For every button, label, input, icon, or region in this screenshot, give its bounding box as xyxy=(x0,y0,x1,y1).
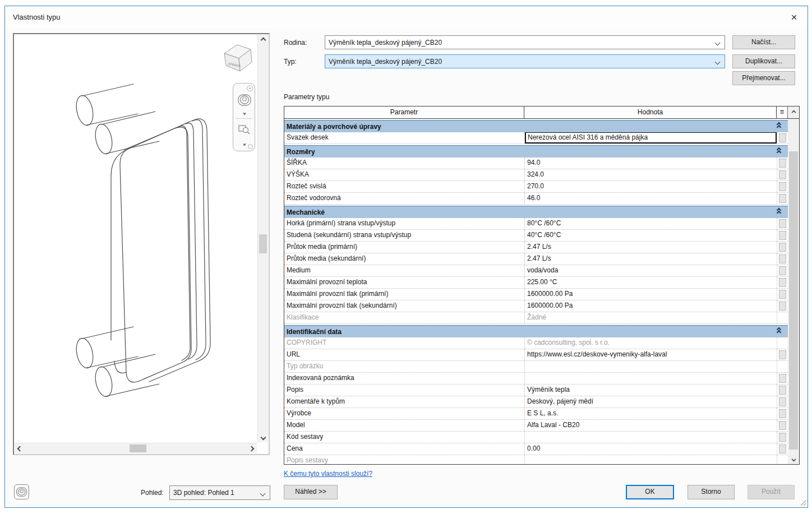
param-name: Typ obrázku xyxy=(284,361,524,372)
preview-vscroll-thumb[interactable] xyxy=(259,234,267,253)
cancel-button[interactable]: Storno xyxy=(688,485,735,499)
preview-canvas[interactable]: ZPRAVA × xyxy=(15,35,257,442)
preview-vertical-scrollbar[interactable] xyxy=(257,35,268,442)
scroll-up-icon[interactable] xyxy=(258,35,269,45)
scroll-left-icon[interactable] xyxy=(15,443,25,453)
associate-cell xyxy=(777,277,788,288)
table-vertical-scrollbar[interactable] xyxy=(788,119,799,464)
view-label: Pohled: xyxy=(141,489,164,497)
associate-param-button[interactable] xyxy=(779,266,786,275)
associate-param-button[interactable] xyxy=(779,409,786,418)
apply-button[interactable]: Použít xyxy=(748,485,795,499)
rename-button[interactable]: Přejmenovat... xyxy=(732,71,795,85)
associate-param-button[interactable] xyxy=(779,219,786,228)
param-value[interactable]: 80°C /60°C xyxy=(524,218,777,229)
param-value[interactable]: 1600000.00 Pa xyxy=(524,300,777,312)
param-row: VÝŠKA324.0 xyxy=(284,169,788,181)
wheel-menu-arrow-icon[interactable] xyxy=(243,113,246,115)
view-combobox[interactable]: 3D pohled: Pohled 1 xyxy=(169,485,270,500)
preview-toggle-button[interactable]: Náhled >> xyxy=(284,485,338,499)
param-value[interactable]: Výměník tepla xyxy=(524,385,777,396)
associate-param-button[interactable] xyxy=(779,374,786,383)
param-value[interactable]: voda/voda xyxy=(524,265,777,276)
param-value[interactable]: 1600000.00 Pa xyxy=(524,289,777,300)
chevron-down-icon xyxy=(715,40,721,46)
associate-param-button[interactable] xyxy=(779,350,786,359)
table-vscroll-thumb[interactable] xyxy=(789,151,798,450)
param-value[interactable] xyxy=(524,432,777,443)
viewcube[interactable]: ZPRAVA xyxy=(221,41,253,76)
table-scroll-up-icon[interactable] xyxy=(788,106,799,118)
associate-param-button[interactable] xyxy=(779,243,786,252)
column-header-parameter[interactable]: Parametr xyxy=(284,106,524,118)
param-value[interactable]: 46.0 xyxy=(524,193,777,204)
scroll-right-icon[interactable] xyxy=(246,443,257,453)
param-value[interactable]: 324.0 xyxy=(524,169,777,180)
param-value[interactable]: Deskový, pájený mědí xyxy=(524,396,777,408)
type-combobox[interactable]: Výměník tepla_deskový pájený_CB20 xyxy=(325,54,725,68)
section-header[interactable]: Mechanické xyxy=(284,206,788,218)
associate-param-button[interactable] xyxy=(779,397,786,406)
associate-cell xyxy=(777,420,788,431)
close-icon[interactable]: × xyxy=(785,10,803,26)
param-row: ŠÍŘKA94.0 xyxy=(284,158,788,169)
section-header[interactable]: Identifikační data xyxy=(284,325,788,337)
section-header[interactable]: Rozměry xyxy=(284,145,788,158)
family-combobox[interactable]: Výměník tepla_deskový pájený_CB20 xyxy=(325,35,725,49)
param-value[interactable]: Alfa Laval - CB20 xyxy=(524,420,777,431)
associate-param-button[interactable] xyxy=(779,133,786,142)
navigation-wheel-button[interactable] xyxy=(14,484,29,499)
steering-wheel-icon[interactable] xyxy=(237,92,252,107)
table-scroll-down-icon[interactable] xyxy=(788,454,799,464)
associate-param-button[interactable] xyxy=(779,170,786,179)
associate-param-button[interactable] xyxy=(779,290,786,299)
param-value[interactable]: 0.00 xyxy=(524,443,777,455)
param-value[interactable]: E S L, a.s. xyxy=(524,408,777,419)
scroll-down-icon[interactable] xyxy=(258,432,269,442)
column-header-value[interactable]: Hodnota xyxy=(524,106,777,118)
associate-param-button[interactable] xyxy=(779,159,786,168)
heat-exchanger-drawing xyxy=(15,35,257,442)
associate-param-button[interactable] xyxy=(779,421,786,430)
load-button[interactable]: Načíst... xyxy=(732,35,795,49)
associate-param-button[interactable] xyxy=(779,278,786,287)
value-editbox[interactable]: Nerezová ocel AISI 316 a měděná pájka xyxy=(525,132,777,143)
associate-param-button[interactable] xyxy=(779,194,786,203)
associate-param-button[interactable] xyxy=(779,182,786,191)
param-value[interactable]: 225.00 °C xyxy=(524,277,777,288)
param-name: Maximální provozní tlak (sekundární) xyxy=(284,300,524,312)
param-row: Rozteč svislá270.0 xyxy=(284,181,788,193)
section-header[interactable]: Materiály a povrchové úpravy xyxy=(284,120,788,132)
help-link[interactable]: K čemu tyto vlastnosti slouží? xyxy=(284,470,372,478)
resize-grip[interactable] xyxy=(799,499,806,506)
param-value[interactable]: 2.47 L/s xyxy=(524,242,777,253)
associate-param-button[interactable] xyxy=(779,386,786,395)
titlebar[interactable]: Vlastnosti typu × xyxy=(5,6,808,29)
duplicate-button[interactable]: Duplikovat... xyxy=(732,54,795,68)
param-value[interactable] xyxy=(524,373,777,384)
preview-horizontal-scrollbar[interactable] xyxy=(15,443,257,453)
zoom-icon[interactable] xyxy=(238,123,251,136)
preview-hscroll-thumb[interactable] xyxy=(130,444,146,452)
preview-panel: ZPRAVA × xyxy=(13,33,270,455)
navbar-close-icon[interactable]: × xyxy=(247,85,253,91)
param-name: Horká (primární) strana vstup/výstup xyxy=(284,218,524,229)
zoom-menu-arrow-icon[interactable] xyxy=(243,144,246,146)
param-name: Klasifikace xyxy=(284,312,524,323)
associate-param-button[interactable] xyxy=(779,433,786,442)
associate-param-button[interactable] xyxy=(779,302,786,311)
associate-param-button[interactable] xyxy=(779,254,786,263)
ok-button[interactable]: OK xyxy=(626,485,674,499)
navbar-handle-icon[interactable] xyxy=(248,144,253,149)
param-value[interactable]: 40°C /60°C xyxy=(524,230,777,241)
param-value[interactable]: Nerezová ocel AISI 316 a měděná pájka xyxy=(524,132,777,143)
navbar-divider xyxy=(236,118,252,119)
param-value[interactable]: 2.47 L/s xyxy=(524,253,777,265)
param-name: Průtok media (sekundární) xyxy=(284,253,524,265)
param-value[interactable]: 94.0 xyxy=(524,158,777,169)
associate-param-button[interactable] xyxy=(779,231,786,240)
associate-param-button[interactable] xyxy=(779,444,786,453)
param-value[interactable]: 270.0 xyxy=(524,181,777,192)
param-value[interactable]: https://www.esl.cz/deskove-vymeniky-alfa… xyxy=(524,349,777,360)
section-title: Identifikační data xyxy=(284,328,342,336)
